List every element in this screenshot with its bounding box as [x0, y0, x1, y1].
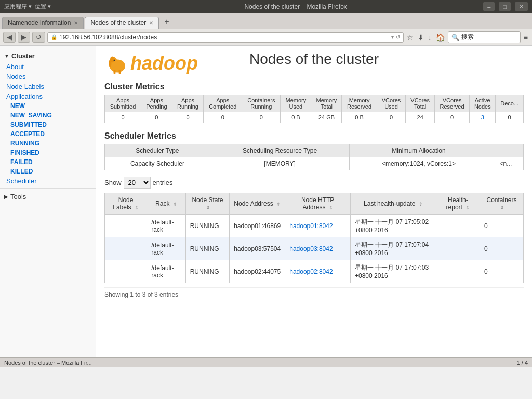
sidebar-divider [0, 188, 96, 189]
maximize-button[interactable]: □ [499, 2, 511, 11]
row3-state: RUNNING [185, 260, 229, 283]
state-new-saving-link[interactable]: NEW_SAVING [6, 111, 89, 120]
scheduler-metrics-table: Scheduler Type Scheduling Resource Type … [104, 144, 524, 170]
nodes-col-health-report[interactable]: Health-report ⇕ [436, 193, 480, 215]
table-row: /default-rack RUNNING hadoop01:46869 had… [105, 215, 524, 237]
nodes-col-labels[interactable]: Node Labels ⇕ [105, 193, 147, 215]
nodes-col-rack[interactable]: Rack ⇕ [147, 193, 185, 215]
row1-health: 星期一 十一月 07 17:05:02 +0800 2016 [351, 215, 436, 237]
download-button[interactable]: ↓ [427, 32, 433, 43]
cluster-metrics-title: Cluster Metrics [104, 82, 524, 91]
scheduler-link[interactable]: Scheduler [4, 176, 91, 186]
window-controls: – □ ✕ [483, 2, 528, 11]
new-tab-button[interactable]: + [160, 15, 173, 29]
row1-containers: 0 [480, 215, 523, 237]
row1-http-link[interactable]: hadoop01:8042 [289, 222, 332, 230]
status-left: Nodes of the cluster – Mozilla Fir... [4, 360, 92, 366]
tab-namenode-label: Namenode information [8, 19, 71, 26]
row3-report [436, 260, 480, 283]
tab-bar: Namenode information ✕ Nodes of the clus… [0, 13, 532, 29]
nav-bar: ◀ ▶ ↺ 🔒 192.168.56.102:8088/cluster/node… [0, 29, 532, 46]
row2-report [436, 237, 480, 260]
logo-area: hadoop [104, 50, 198, 76]
svg-rect-6 [119, 70, 121, 74]
forward-button[interactable]: ▶ [18, 32, 30, 43]
state-accepted-link[interactable]: ACCEPTED [6, 129, 89, 139]
row2-http-link[interactable]: hadoop03:8042 [289, 245, 332, 252]
row3-rack: /default-rack [147, 260, 185, 283]
row2-labels [105, 237, 147, 260]
nodes-link[interactable]: Nodes [4, 72, 91, 82]
nodes-col-http[interactable]: Node HTTP Address ⇕ [285, 193, 351, 215]
svg-point-4 [109, 60, 112, 68]
cluster-section: ▼ Cluster About Nodes Node Labels Applic… [0, 50, 96, 186]
tab-nodes-cluster[interactable]: Nodes of the cluster ✕ [85, 17, 159, 29]
row1-address: hadoop01:46869 [230, 215, 285, 237]
tab-namenode-close[interactable]: ✕ [74, 20, 78, 26]
close-button[interactable]: ✕ [515, 2, 528, 11]
show-label: Show [104, 179, 122, 187]
nodes-col-address[interactable]: Node Address ⇕ [230, 193, 285, 215]
row2-rack: /default-rack [147, 237, 185, 260]
home-button[interactable]: 🏠 [435, 32, 446, 43]
col-apps-completed: AppsCompleted [204, 95, 242, 112]
entries-select[interactable]: 10 20 25 50 100 [124, 177, 151, 189]
val-vcores-used: 0 [377, 112, 406, 123]
search-icon: 🔍 [451, 34, 459, 41]
tab-namenode[interactable]: Namenode information ✕ [2, 17, 84, 29]
col-vcores-reserved: VCoresReserved [434, 95, 469, 112]
search-placeholder: 搜索 [461, 33, 474, 42]
val-memory-used: 0 B [281, 112, 311, 123]
tab-nodes-close[interactable]: ✕ [149, 20, 153, 26]
val-memory-reserved: 0 B [342, 112, 377, 123]
menu-button[interactable]: ≡ [523, 32, 529, 43]
window-title: Nodes of the cluster – Mozilla Firefox [108, 3, 483, 10]
table-row: /default-rack RUNNING hadoop02:44075 had… [105, 260, 524, 283]
cluster-arrow-icon: ▼ [4, 53, 9, 59]
nodes-col-containers[interactable]: Containers ⇕ [480, 193, 523, 215]
sched-val-type: Capacity Scheduler [105, 157, 210, 170]
state-new-link[interactable]: NEW [6, 101, 89, 111]
refresh-button[interactable]: ↺ [32, 32, 45, 43]
browser-chrome: 应用程序 ▾ 位置 ▾ Nodes of the cluster – Mozil… [0, 0, 532, 46]
col-memory-total: MemoryTotal [311, 95, 342, 112]
about-link[interactable]: About [4, 62, 91, 72]
col-containers-running: ContainersRunning [242, 95, 281, 112]
state-killed-link[interactable]: KILLED [6, 167, 89, 176]
state-submitted-link[interactable]: SUBMITTED [6, 120, 89, 129]
search-bar[interactable]: 🔍 搜索 [448, 31, 521, 43]
table-row: /default-rack RUNNING hadoop03:57504 had… [105, 237, 524, 260]
nodes-col-state[interactable]: Node State ⇕ [185, 193, 229, 215]
applications-link[interactable]: Applications [4, 91, 91, 101]
url-bar[interactable]: 🔒 192.168.56.102:8088/cluster/nodes ▾ ↺ [47, 32, 404, 43]
val-vcores-reserved: 0 [434, 112, 469, 123]
state-failed-link[interactable]: FAILED [6, 157, 89, 167]
val-containers-running: 0 [242, 112, 281, 123]
row3-http-link[interactable]: hadoop02:8042 [289, 268, 332, 275]
metrics-row: 0 0 0 0 0 0 B 24 GB 0 B 0 24 0 3 0 [105, 112, 524, 123]
hadoop-elephant-logo [104, 50, 130, 76]
status-bar: Nodes of the cluster – Mozilla Fir... 1 … [0, 357, 532, 367]
page-title: Nodes of the cluster [249, 51, 379, 68]
row1-state: RUNNING [185, 215, 229, 237]
bookmark-star-button[interactable]: ☆ [406, 32, 415, 43]
cluster-metrics-table: AppsSubmitted AppsPending AppsRunning Ap… [104, 95, 524, 123]
tools-section[interactable]: ▶ Tools [0, 191, 96, 203]
bookmark-button[interactable]: ⬇ [417, 32, 425, 43]
col-active-nodes: ActiveNodes [470, 95, 496, 112]
sched-val-resource: [MEMORY] [210, 157, 349, 170]
val-vcores-total: 24 [406, 112, 435, 123]
cluster-header[interactable]: ▼ Cluster [0, 50, 96, 62]
col-vcores-used: VCoresUsed [377, 95, 406, 112]
state-finished-link[interactable]: FINISHED [6, 148, 89, 157]
back-button[interactable]: ◀ [3, 32, 16, 43]
state-running-link[interactable]: RUNNING [6, 139, 89, 148]
sched-col-type: Scheduler Type [105, 144, 210, 157]
sched-val-min: <memory:1024, vCores:1> [350, 157, 488, 170]
header-area: hadoop Nodes of the cluster [104, 51, 524, 76]
node-labels-link[interactable]: Node Labels [4, 82, 91, 91]
row3-containers: 0 [480, 260, 523, 283]
nodes-col-health-update[interactable]: Last health-update ⇕ [351, 193, 436, 215]
minimize-button[interactable]: – [483, 2, 495, 11]
app-states-nav: NEW NEW_SAVING SUBMITTED ACCEPTED RUNNIN… [4, 101, 91, 176]
